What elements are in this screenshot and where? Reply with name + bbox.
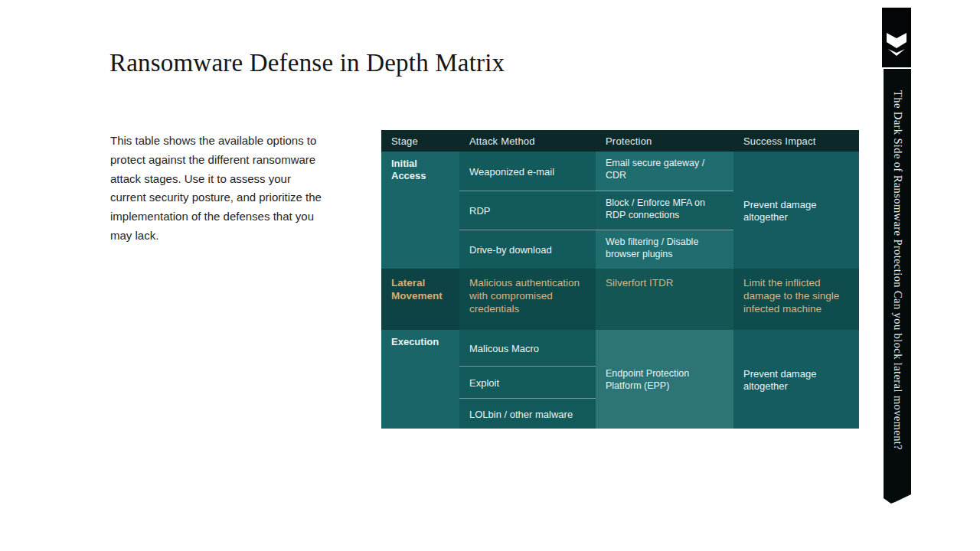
column-header-success-impact: Success Impact xyxy=(733,130,859,152)
impact-cell-lateral-movement: Limit the inflicted damage to the single… xyxy=(733,269,859,330)
attack-cell: Drive-by download xyxy=(459,230,596,269)
impact-cell-execution: Prevent damage altogether xyxy=(733,330,859,429)
protection-cell-merged: Endpoint Protection Platform (EPP) xyxy=(596,330,733,429)
intro-paragraph: This table shows the available options t… xyxy=(110,132,323,246)
protection-cell: Email secure gateway / CDR xyxy=(596,152,733,191)
page-title: Ransomware Defense in Depth Matrix xyxy=(109,49,505,77)
protection-cell: Web filtering / Disable browser plugins xyxy=(596,230,733,269)
attack-cell: RDP xyxy=(459,191,596,230)
slide: Ransomware Defense in Depth Matrix This … xyxy=(0,0,980,551)
attack-cell: Weaponized e-mail xyxy=(459,152,596,191)
defense-matrix-table: Stage Attack Method Protection Success I… xyxy=(381,130,859,429)
column-header-stage: Stage xyxy=(381,130,459,152)
attack-cell: LOLbin / other malware xyxy=(459,399,596,429)
attack-cell-highlight: Malicious authentication with compromise… xyxy=(459,269,596,330)
protection-cell-highlight: Silverfort ITDR xyxy=(596,269,733,330)
column-header-attack-method: Attack Method xyxy=(459,130,596,152)
attack-cell: Malicous Macro xyxy=(459,330,596,367)
stage-cell-execution: Execution xyxy=(381,330,459,429)
attack-cell: Exploit xyxy=(459,367,596,399)
silverfort-chevron-icon xyxy=(887,33,906,59)
impact-cell-initial-access: Prevent damage altogether xyxy=(733,152,859,269)
column-header-protection: Protection xyxy=(596,130,733,152)
logo-badge xyxy=(882,8,911,67)
stage-cell-initial-access: Initial Access xyxy=(381,152,459,269)
bookmark-ribbon: The Dark Side of Ransomware Protection C… xyxy=(884,69,911,504)
ribbon-vertical-text: The Dark Side of Ransomware Protection C… xyxy=(891,69,904,504)
stage-cell-lateral-movement: Lateral Movement xyxy=(381,269,459,330)
protection-cell: Block / Enforce MFA on RDP connections xyxy=(596,191,733,230)
